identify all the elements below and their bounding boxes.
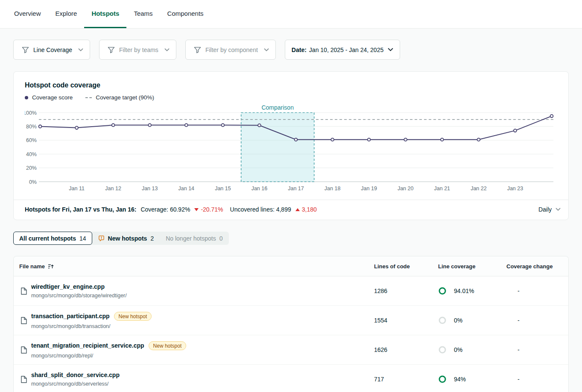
tab-hotspots[interactable]: Hotspots xyxy=(84,0,126,28)
chart-title: Hotspot code coverage xyxy=(14,81,568,89)
nav-tabs: OverviewExploreHotspotsTeamsComponents xyxy=(7,0,211,28)
hotspot-tab-new-hotspots[interactable]: New hotspots2 xyxy=(92,232,160,245)
date-filter-label: Date: xyxy=(292,46,307,53)
sort-ascending-icon[interactable] xyxy=(48,264,54,269)
hotspot-tab-all-current-hotspots[interactable]: All current hotspots14 xyxy=(13,232,92,245)
triangle-down-icon xyxy=(194,208,199,211)
svg-text:0%: 0% xyxy=(29,179,37,185)
hotspot-tab-count: 0 xyxy=(219,235,223,242)
header-file-name[interactable]: File name xyxy=(14,263,374,270)
new-hotspot-badge: New hotspot xyxy=(114,312,152,321)
svg-text:Jan 11: Jan 11 xyxy=(69,186,85,192)
granularity-dropdown[interactable]: Daily xyxy=(538,206,561,213)
comparison-summary-bar: Hotspots for Fri, Jan 17 vs Thu, Jan 16:… xyxy=(14,200,568,220)
lines-of-code-value: 717 xyxy=(374,376,438,383)
main-content: Line Coverage Filter by teams Filter by … xyxy=(0,40,582,392)
chart-legend: Coverage score Coverage target (90%) xyxy=(14,94,568,101)
dashed-line-icon xyxy=(85,97,92,98)
hotspot-tab-label: New hotspots xyxy=(108,235,147,242)
file-path: mongo/src/mongo/db/serverless/ xyxy=(31,381,120,387)
tab-components[interactable]: Components xyxy=(160,0,211,28)
file-icon xyxy=(21,317,27,324)
lines-of-code-value: 1626 xyxy=(374,346,438,353)
component-filter-placeholder: Filter by component xyxy=(205,46,258,53)
svg-text:20%: 20% xyxy=(26,165,37,171)
file-meta: wiredtiger_kv_engine.cpp mongo/src/mongo… xyxy=(31,283,127,299)
svg-text:100%: 100% xyxy=(25,110,37,116)
funnel-icon xyxy=(108,46,115,53)
svg-text:80%: 80% xyxy=(26,124,37,130)
tab-overview[interactable]: Overview xyxy=(7,0,48,28)
svg-text:Jan 15: Jan 15 xyxy=(215,186,231,192)
chevron-down-icon xyxy=(78,48,83,52)
lines-of-code-value: 1554 xyxy=(374,317,438,324)
hotspot-tab-count: 14 xyxy=(79,235,86,242)
granularity-value: Daily xyxy=(538,206,552,213)
svg-text:40%: 40% xyxy=(26,151,37,157)
file-icon xyxy=(21,287,27,295)
file-name[interactable]: tenant_migration_recipient_service.cpp xyxy=(31,342,144,349)
metric-filter-dropdown[interactable]: Line Coverage xyxy=(13,40,90,60)
file-path: mongo/src/mongo/db/storage/wiredtiger/ xyxy=(31,293,127,299)
header-lines-of-code: Lines of code xyxy=(374,263,438,270)
coverage-change-value: - xyxy=(506,346,568,353)
comparison-summary: Hotspots for Fri, Jan 17 vs Thu, Jan 16:… xyxy=(25,206,317,213)
new-hotspot-badge: New hotspot xyxy=(149,341,187,350)
triangle-up-icon xyxy=(295,208,300,211)
date-filter-value: Jan 10, 2025 - Jan 24, 2025 xyxy=(309,46,383,53)
svg-text:Jan 23: Jan 23 xyxy=(507,186,524,192)
svg-text:Jan 13: Jan 13 xyxy=(142,186,158,192)
uncovered-lines-delta: 3,180 xyxy=(295,206,317,213)
coverage-line-chart[interactable]: 0%20%40%60%80%100%ComparisonJan 11Jan 12… xyxy=(25,104,568,195)
svg-text:Comparison: Comparison xyxy=(261,104,293,111)
teams-filter-dropdown[interactable]: Filter by teams xyxy=(99,40,176,60)
top-navigation: OverviewExploreHotspotsTeamsComponents xyxy=(0,0,582,29)
svg-text:Jan 19: Jan 19 xyxy=(361,186,377,192)
line-coverage-value: 94% xyxy=(454,376,466,383)
hotspot-tab-count: 2 xyxy=(150,235,154,242)
table-row[interactable]: transaction_participant.cpp New hotspot … xyxy=(14,306,568,335)
hotspots-table: File name Lines of code Line coverage Co… xyxy=(13,256,569,392)
legend-coverage-score: Coverage score xyxy=(25,94,73,101)
component-filter-dropdown[interactable]: Filter by component xyxy=(185,40,276,60)
header-file-name-label: File name xyxy=(19,263,45,270)
file-name[interactable]: shard_split_donor_service.cpp xyxy=(31,372,120,378)
hotspot-tab-no-longer-hotspots[interactable]: No longer hotspots0 xyxy=(160,232,228,245)
chevron-down-icon xyxy=(164,48,170,52)
hotspot-tab-label: No longer hotspots xyxy=(166,235,216,242)
table-row[interactable]: shard_split_donor_service.cpp mongo/src/… xyxy=(14,365,568,392)
uncovered-lines-value: Uncovered lines: 4,899 xyxy=(230,206,291,213)
table-row[interactable]: tenant_migration_recipient_service.cpp N… xyxy=(14,335,568,365)
file-icon xyxy=(21,346,27,354)
coverage-chart-card: Hotspot code coverage Coverage score Cov… xyxy=(13,71,569,220)
funnel-icon xyxy=(194,46,201,53)
line-coverage-value: 94.01% xyxy=(454,287,474,294)
file-icon xyxy=(21,376,27,383)
table-row[interactable]: wiredtiger_kv_engine.cpp mongo/src/mongo… xyxy=(14,276,568,306)
legend-coverage-target-label: Coverage target (90%) xyxy=(96,94,154,101)
file-meta: shard_split_donor_service.cpp mongo/src/… xyxy=(31,372,120,387)
coverage-ring-icon xyxy=(438,316,447,325)
table-header-row: File name Lines of code Line coverage Co… xyxy=(14,256,568,276)
funnel-icon xyxy=(22,46,29,53)
coverage-summary-value: Coverage: 60.92% xyxy=(140,206,190,213)
chevron-down-icon xyxy=(388,48,393,52)
comparison-summary-title: Hotspots for Fri, Jan 17 vs Thu, Jan 16: xyxy=(25,206,136,213)
date-filter-dropdown[interactable]: Date: Jan 10, 2025 - Jan 24, 2025 xyxy=(285,40,400,60)
hotspot-tabs: All current hotspots14New hotspots2No lo… xyxy=(13,232,229,245)
svg-text:Jan 20: Jan 20 xyxy=(398,186,414,192)
coverage-chart-svg: 0%20%40%60%80%100%ComparisonJan 11Jan 12… xyxy=(25,104,554,195)
header-line-coverage: Line coverage xyxy=(438,263,506,270)
file-meta: transaction_participant.cpp New hotspot … xyxy=(31,312,152,329)
line-coverage-value: 0% xyxy=(454,346,462,353)
file-name[interactable]: wiredtiger_kv_engine.cpp xyxy=(31,283,105,290)
series-dot-icon xyxy=(25,96,28,99)
tab-explore[interactable]: Explore xyxy=(48,0,85,28)
svg-text:Jan 16: Jan 16 xyxy=(252,186,268,192)
coverage-delta: -20.71% xyxy=(194,206,223,213)
file-name[interactable]: transaction_participant.cpp xyxy=(31,313,110,319)
header-coverage-change: Coverage change xyxy=(506,263,568,270)
tab-teams[interactable]: Teams xyxy=(126,0,160,28)
file-path: mongo/src/mongo/db/transaction/ xyxy=(31,323,152,329)
teams-filter-placeholder: Filter by teams xyxy=(119,46,158,53)
